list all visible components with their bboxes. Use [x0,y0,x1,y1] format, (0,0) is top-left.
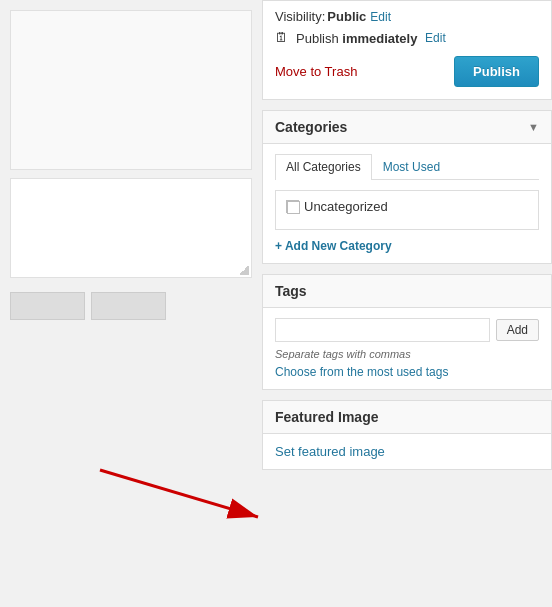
move-to-trash-link[interactable]: Move to Trash [275,64,357,79]
categories-title: Categories [275,119,347,135]
visibility-value: Public [327,9,366,24]
publish-edit-link[interactable]: Edit [425,31,446,45]
bottom-block-2 [91,292,166,320]
calendar-icon: 🗓 [275,30,291,46]
add-new-category-link[interactable]: + Add New Category [275,239,392,253]
right-panel: Visibility: Public Edit 🗓 Publish immedi… [262,0,552,607]
tags-body: Add Separate tags with commas Choose fro… [263,308,551,389]
tab-all-categories[interactable]: All Categories [275,154,372,180]
featured-image-body: Set featured image [263,434,551,469]
resize-handle[interactable] [239,265,249,275]
tags-hint: Separate tags with commas [275,348,539,360]
bottom-block-1 [10,292,85,320]
categories-list: Uncategorized [275,190,539,230]
publish-button[interactable]: Publish [454,56,539,87]
featured-image-widget: Featured Image Set featured image [262,400,552,470]
publish-box: Visibility: Public Edit 🗓 Publish immedi… [262,0,552,100]
category-item-uncategorized[interactable]: Uncategorized [286,199,528,214]
content-textarea[interactable] [10,178,252,278]
featured-image-header: Featured Image [263,401,551,434]
tags-input-row: Add [275,318,539,342]
choose-tags-link[interactable]: Choose from the most used tags [275,365,448,379]
categories-toggle-icon[interactable]: ▼ [528,121,539,133]
bottom-blocks [10,292,252,320]
add-tag-button[interactable]: Add [496,319,539,341]
tab-most-used[interactable]: Most Used [372,154,451,179]
categories-tabs: All Categories Most Used [275,154,539,180]
set-featured-image-link[interactable]: Set featured image [275,444,385,459]
visibility-edit-link[interactable]: Edit [370,10,391,24]
publish-immediately: immediately [342,31,417,46]
left-content-panel [0,0,262,607]
visibility-row: Visibility: Public Edit [275,9,539,24]
tags-widget: Tags Add Separate tags with commas Choos… [262,274,552,390]
visibility-label: Visibility: [275,9,325,24]
svg-rect-0 [288,202,300,214]
categories-header: Categories ▼ [263,111,551,144]
publish-schedule-row: 🗓 Publish immediately Edit [275,30,539,46]
categories-widget: Categories ▼ All Categories Most Used Un… [262,110,552,264]
checkbox-icon [287,201,300,214]
content-editor-area [10,10,252,170]
tags-input[interactable] [275,318,490,342]
featured-image-title: Featured Image [275,409,378,425]
tags-header: Tags [263,275,551,308]
categories-body: All Categories Most Used Uncategorized +… [263,144,551,263]
publish-actions-row: Move to Trash Publish [275,56,539,87]
category-label-uncategorized: Uncategorized [304,199,388,214]
category-checkbox-uncategorized[interactable] [286,200,299,213]
tags-title: Tags [275,283,307,299]
publish-label: Publish [296,31,339,46]
